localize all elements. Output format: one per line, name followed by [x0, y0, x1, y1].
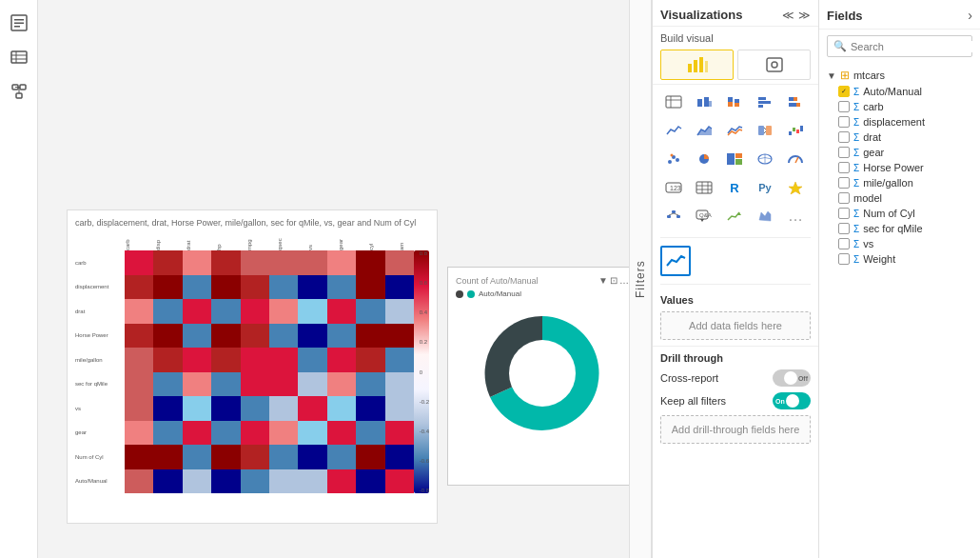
viz-icon-matrix[interactable]	[691, 174, 717, 201]
field-checkbox[interactable]	[838, 101, 850, 112]
svg-rect-51	[727, 153, 735, 165]
svg-rect-28	[735, 99, 739, 103]
data-view-icon[interactable]	[4, 42, 34, 72]
list-item[interactable]: Σ gear	[823, 145, 976, 160]
fields-search-input[interactable]	[851, 41, 980, 52]
add-drill-fields-box[interactable]: Add drill-through fields here	[660, 415, 811, 444]
legend-dot-dark	[456, 290, 463, 298]
list-item[interactable]: ✓ Σ Auto/Manual	[823, 84, 976, 99]
viz-collapse-icon[interactable]: ≪	[782, 9, 794, 22]
field-checkbox[interactable]: ✓	[838, 86, 850, 97]
tree-group-mtcars: ▼ ⊞ mtcars ✓ Σ Auto/Manual Σ carb Σ disp…	[823, 67, 976, 267]
viz-icon-treemap[interactable]	[721, 146, 748, 172]
list-item[interactable]: Σ sec for qMile	[823, 221, 976, 236]
active-visual-icon[interactable]	[653, 242, 818, 280]
field-name: displacement	[863, 116, 925, 128]
list-item[interactable]: Σ Horse Power	[823, 160, 976, 175]
list-item[interactable]: Σ Num of Cyl	[823, 206, 976, 221]
tree-group-header[interactable]: ▼ ⊞ mtcars	[823, 67, 976, 84]
donut-filter-icon[interactable]: ▼	[598, 275, 608, 286]
svg-rect-66	[667, 215, 671, 218]
svg-rect-26	[728, 97, 733, 102]
viz-icon-line2[interactable]	[721, 117, 748, 144]
viz-icon-line[interactable]	[660, 117, 687, 144]
viz-icon-pie[interactable]	[691, 146, 717, 172]
field-name: Weight	[863, 253, 895, 265]
viz-expand-icon[interactable]: ≫	[798, 9, 811, 22]
fields-panel-header: Fields ›	[819, 0, 980, 30]
field-name: Horse Power	[863, 162, 924, 173]
viz-icon-qa[interactable]: Q&A	[691, 203, 717, 229]
fields-search-box[interactable]: 🔍	[827, 35, 972, 57]
sigma-icon: Σ	[853, 239, 859, 249]
viz-icon-kpi[interactable]	[721, 203, 748, 229]
fields-panel-title: Fields	[827, 9, 863, 23]
field-checkbox[interactable]	[838, 253, 850, 265]
svg-line-41	[764, 131, 766, 133]
list-item[interactable]: model	[823, 190, 976, 206]
build-visual-label: Build visual	[653, 27, 818, 46]
field-name: Auto/Manual	[863, 86, 922, 97]
list-item[interactable]: Σ Weight	[823, 251, 976, 267]
field-checkbox[interactable]	[838, 116, 850, 128]
field-checkbox[interactable]	[838, 238, 850, 249]
list-item[interactable]: Σ carb	[823, 99, 976, 114]
viz-icon-r[interactable]: R	[721, 174, 748, 201]
visual-tab-chart[interactable]	[660, 50, 734, 80]
field-checkbox[interactable]	[838, 192, 850, 204]
list-item[interactable]: Σ displacement	[823, 114, 976, 130]
viz-icon-py[interactable]: Py	[752, 174, 778, 201]
svg-point-49	[671, 154, 674, 157]
viz-icon-scatter[interactable]	[660, 146, 687, 172]
visualizations-panel: Visualizations ≪ ≫ Build visual	[652, 0, 818, 558]
visual-tab-format[interactable]	[737, 50, 811, 80]
field-checkbox[interactable]	[838, 177, 850, 189]
sigma-icon: Σ	[853, 148, 859, 158]
sigma-icon: Σ	[853, 87, 859, 97]
list-item[interactable]: Σ mile/gallon	[823, 175, 976, 190]
field-checkbox[interactable]	[838, 162, 850, 173]
filters-panel[interactable]: Filters	[629, 0, 652, 558]
svg-rect-4	[11, 51, 27, 63]
viz-icon-custom[interactable]: …	[782, 203, 809, 229]
field-checkbox[interactable]	[838, 223, 850, 234]
viz-icon-area[interactable]	[691, 117, 717, 144]
donut-expand-icon[interactable]: ⊡	[610, 275, 617, 286]
svg-rect-38	[758, 126, 764, 135]
viz-icon-filled-map[interactable]	[752, 203, 778, 229]
viz-icon-ribbon[interactable]	[752, 117, 778, 144]
add-data-fields-box[interactable]: Add data fields here	[660, 311, 811, 340]
report-view-icon[interactable]	[4, 8, 34, 38]
field-name: vs	[863, 238, 873, 249]
values-section: Values Add data fields here	[653, 289, 818, 346]
toggle-circle2	[786, 394, 799, 408]
svg-rect-25	[709, 101, 712, 107]
field-checkbox[interactable]	[838, 208, 850, 219]
field-checkbox[interactable]	[838, 131, 850, 143]
viz-icon-hbar[interactable]	[752, 89, 778, 115]
cross-report-toggle[interactable]: Off	[773, 369, 811, 387]
viz-icon-bar[interactable]	[691, 89, 717, 115]
viz-icon-smart[interactable]	[782, 174, 809, 201]
donut-more-icon[interactable]: …	[619, 275, 629, 286]
svg-rect-34	[794, 97, 797, 101]
list-item[interactable]: Σ vs	[823, 236, 976, 251]
viz-icon-decomp[interactable]	[660, 203, 687, 229]
svg-line-56	[795, 157, 798, 163]
main-canvas: carb, displacement, drat, Horse Power, m…	[38, 0, 629, 558]
field-name: drat	[863, 131, 881, 143]
field-checkbox[interactable]	[838, 147, 850, 158]
viz-icon-waterfall[interactable]	[782, 117, 809, 144]
table-name: mtcars	[853, 70, 885, 81]
fields-expand-icon[interactable]: ›	[968, 8, 972, 23]
viz-icon-table[interactable]	[660, 89, 687, 115]
viz-icon-stacked-bar[interactable]	[721, 89, 748, 115]
model-view-icon[interactable]	[4, 76, 34, 107]
viz-icon-gauge[interactable]	[782, 146, 809, 172]
viz-icon-card[interactable]: 123	[660, 174, 687, 201]
values-label: Values	[660, 294, 811, 306]
list-item[interactable]: Σ drat	[823, 130, 976, 145]
viz-icon-map[interactable]	[752, 146, 778, 172]
viz-icon-stacked-hbar[interactable]	[782, 89, 809, 115]
keep-filters-toggle[interactable]: On	[773, 392, 811, 409]
